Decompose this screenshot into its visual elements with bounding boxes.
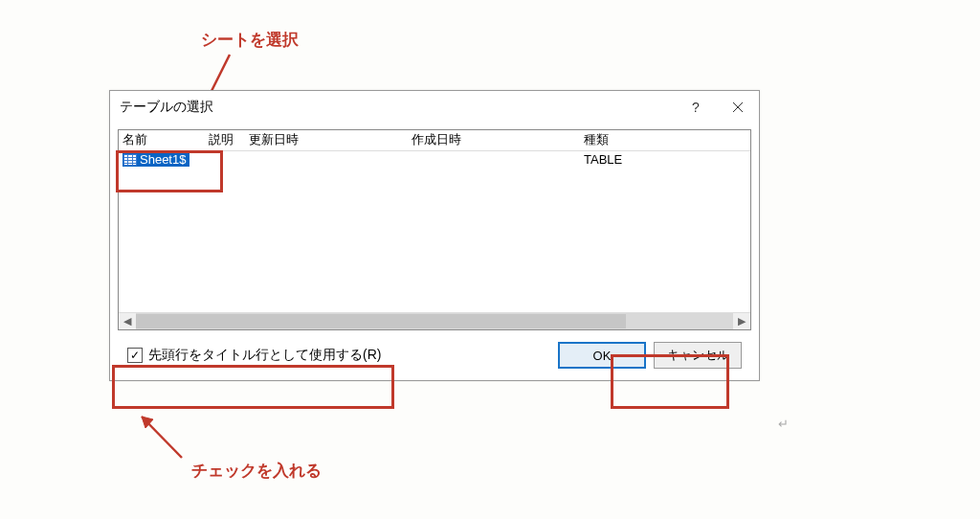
checkbox-icon: ✓ <box>127 348 143 363</box>
col-header-updated[interactable]: 更新日時 <box>245 130 408 150</box>
horizontal-scrollbar[interactable]: ◀ ▶ <box>119 312 750 329</box>
cell-updated <box>245 151 408 170</box>
first-row-titles-checkbox[interactable]: ✓ 先頭行をタイトル行として使用する(R) <box>127 347 550 364</box>
col-header-kind[interactable]: 種類 <box>580 130 695 150</box>
col-header-created[interactable]: 作成日時 <box>408 130 580 150</box>
scroll-left-icon[interactable]: ◀ <box>119 313 136 329</box>
table-select-dialog: テーブルの選択 ? 名前 説明 更新日時 作成日時 種類 <box>109 90 760 381</box>
arrow-bottom <box>134 412 191 460</box>
col-header-name[interactable]: 名前 <box>119 130 205 150</box>
cell-created <box>408 151 580 170</box>
cell-name-text: Sheet1$ <box>140 152 186 167</box>
sheet-icon <box>123 154 137 166</box>
annotation-check: チェックを入れる <box>191 460 322 482</box>
table-listbox[interactable]: 名前 説明 更新日時 作成日時 種類 <box>118 129 751 330</box>
close-button[interactable] <box>717 91 759 124</box>
scroll-thumb[interactable] <box>136 314 626 328</box>
dialog-title: テーブルの選択 <box>120 99 675 116</box>
checkbox-label: 先頭行をタイトル行として使用する(R) <box>148 347 381 364</box>
help-button[interactable]: ? <box>675 91 717 124</box>
cancel-button[interactable]: キャンセル <box>654 342 742 369</box>
dialog-titlebar: テーブルの選択 ? <box>110 91 759 124</box>
list-header: 名前 説明 更新日時 作成日時 種類 <box>119 130 750 151</box>
cell-kind: TABLE <box>580 151 695 170</box>
table-row[interactable]: Sheet1$ TABLE <box>119 151 750 170</box>
paragraph-mark: ↵ <box>778 417 789 431</box>
ok-button[interactable]: OK <box>558 342 646 369</box>
col-header-description[interactable]: 説明 <box>205 130 245 150</box>
annotation-select-sheet: シートを選択 <box>201 29 299 51</box>
close-icon <box>732 102 744 113</box>
scroll-right-icon[interactable]: ▶ <box>733 313 750 329</box>
cell-description <box>205 151 245 170</box>
